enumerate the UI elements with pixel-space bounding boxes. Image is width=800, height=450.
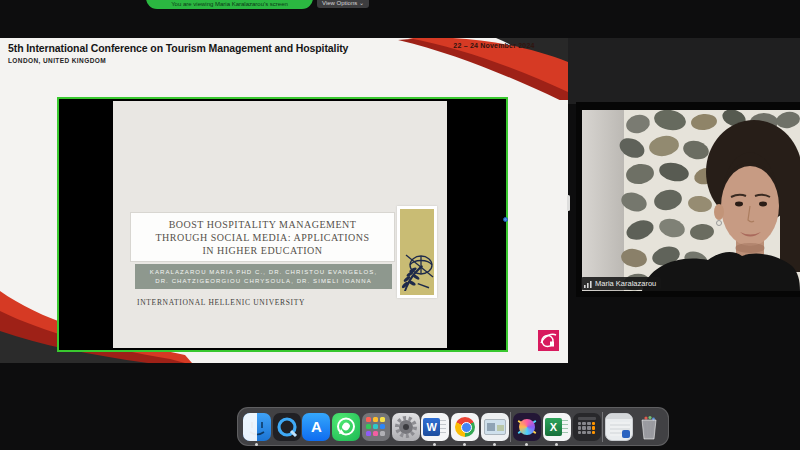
dock-item-finder[interactable] xyxy=(243,413,271,441)
app-store-glyph: A xyxy=(302,413,330,441)
webcam-scene xyxy=(582,110,800,291)
authors-line2: DR. CHATZIGEORGIOU CHRYSOULA, DR. SIMELI… xyxy=(155,277,372,286)
photo-window-icon xyxy=(484,419,506,435)
trash-icon xyxy=(635,413,663,441)
screen-share-capture-region: BOOST HOSPITALITY MANAGEMENT THROUGH SOC… xyxy=(57,97,508,352)
participant-video-feed xyxy=(582,110,800,291)
chrome-logo-icon xyxy=(455,417,475,437)
remote-cursor xyxy=(503,217,508,222)
audio-level-icon xyxy=(584,280,592,288)
slide-title-line2: THROUGH SOCIAL MEDIA: APPLICATIONS xyxy=(155,231,369,244)
screen: You are viewing Maria Karalazarou's scre… xyxy=(0,0,800,450)
slide-authors-bar: KARALAZAROU MARIA PHD C., DR. CHRISTOU E… xyxy=(135,264,392,289)
presentation-slide: BOOST HOSPITALITY MANAGEMENT THROUGH SOC… xyxy=(113,101,447,348)
calculator-keys-icon xyxy=(578,422,596,435)
excel-glyph: X xyxy=(545,418,562,436)
dock-separator xyxy=(602,412,603,442)
dock-item-excel[interactable]: X xyxy=(543,413,571,441)
scrollbar-thumb[interactable] xyxy=(567,195,570,211)
slide-title-box: BOOST HOSPITALITY MANAGEMENT THROUGH SOC… xyxy=(130,212,395,262)
conference-location: LONDON, UNITED KINGDOM xyxy=(8,57,106,64)
olive-branch-emblem xyxy=(400,209,434,295)
word-glyph: W xyxy=(423,418,440,436)
dock-item-quicktime[interactable] xyxy=(273,413,301,441)
colorful-globe-icon xyxy=(519,419,535,435)
dock-item-word[interactable]: W xyxy=(421,413,449,441)
dock-item-trash[interactable] xyxy=(635,413,663,441)
dock-item-system-settings[interactable] xyxy=(392,413,420,441)
slide-title-line3: IN HIGHER EDUCATION xyxy=(202,244,322,257)
university-logo xyxy=(397,206,437,298)
gear-icon xyxy=(392,413,420,441)
sharing-notice-pill[interactable]: You are viewing Maria Karalazarou's scre… xyxy=(146,0,313,9)
participant-video-window[interactable]: Maria Karalazarou xyxy=(576,102,800,297)
shared-screen-presentation: 22 – 24 November 2024 5th International … xyxy=(0,38,568,363)
participant-name: Maria Karalazarou xyxy=(595,279,656,288)
whatsapp-icon xyxy=(332,413,360,441)
dock-item-launchpad[interactable] xyxy=(362,413,390,441)
dock-separator xyxy=(510,412,511,442)
dock-item-minimized-window[interactable] xyxy=(605,413,633,441)
quicktime-icon xyxy=(273,413,301,441)
word-doc-badge xyxy=(622,430,630,438)
authors-line1: KARALAZAROU MARIA PHD C., DR. CHRISTOU E… xyxy=(150,268,377,277)
dock-item-app-store[interactable]: A xyxy=(302,413,330,441)
dock-item-photo-window[interactable] xyxy=(481,413,509,441)
dock: A xyxy=(237,407,669,446)
dock-item-calculator[interactable] xyxy=(573,413,601,441)
view-options-button[interactable]: View Options ⌄ xyxy=(317,0,369,8)
slide-title-line1: BOOST HOSPITALITY MANAGEMENT xyxy=(169,218,357,231)
dock-item-globe-app[interactable] xyxy=(513,413,541,441)
participant-name-tag: Maria Karalazarou xyxy=(581,277,661,290)
dock-item-chrome[interactable] xyxy=(451,413,479,441)
conference-logo xyxy=(538,330,559,351)
conference-dates: 22 – 24 November 2024 xyxy=(428,42,560,49)
conference-title: 5th International Conference on Tourism … xyxy=(8,42,348,54)
meeting-background xyxy=(568,38,800,104)
dock-item-whatsapp[interactable] xyxy=(332,413,360,441)
institution-label: INTERNATIONAL HELLENIC UNIVERSITY xyxy=(137,298,305,307)
